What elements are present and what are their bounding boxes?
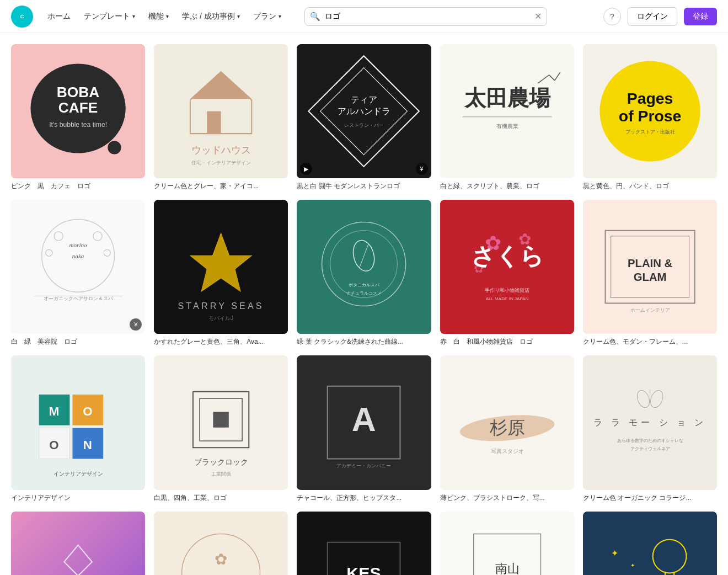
svg-text:オーガニックヘアサロン＆スパ: オーガニックヘアサロン＆スパ bbox=[44, 296, 114, 302]
svg-text:✦: ✦ bbox=[611, 548, 618, 558]
svg-text:ウッドハウス: ウッドハウス bbox=[191, 145, 251, 156]
svg-text:ALL MADE IN JAPAN: ALL MADE IN JAPAN bbox=[485, 297, 528, 302]
svg-text:アクティウェルネア: アクティウェルネア bbox=[630, 447, 670, 452]
svg-text:ティア: ティア bbox=[351, 94, 377, 104]
card-midori[interactable]: ボタニカルスパ ナチュラルコスメ 緑 葉 クラシック&洗練された曲線... bbox=[297, 200, 431, 347]
card-great[interactable]: ✦ ✦ ✦ ✦ グレート コンサルティング bbox=[583, 512, 717, 575]
svg-text:STARRY SEAS: STARRY SEAS bbox=[178, 301, 264, 311]
svg-text:morino: morino bbox=[69, 242, 88, 248]
svg-text:ホームインテリア: ホームインテリア bbox=[630, 307, 670, 313]
card-sugihara-label: 薄ピンク、ブラシストローク、写... bbox=[440, 493, 574, 503]
nav-features[interactable]: 機能▾ bbox=[143, 8, 174, 25]
nav-plans[interactable]: プラン▾ bbox=[248, 8, 287, 25]
svg-text:BOBA: BOBA bbox=[57, 84, 100, 100]
svg-rect-10 bbox=[207, 111, 221, 134]
svg-text:C: C bbox=[20, 13, 24, 19]
card-midori-label: 緑 葉 クラシック&洗練された曲線... bbox=[297, 337, 431, 347]
search-input[interactable] bbox=[304, 7, 547, 26]
svg-text:✿: ✿ bbox=[215, 550, 227, 568]
card-pages-label: 黒と黄色、円、バンド、ロゴ bbox=[583, 182, 717, 191]
svg-text:写真スタジオ: 写真スタジオ bbox=[490, 449, 523, 455]
card-morino-label: 白 緑 美容院 ロゴ bbox=[11, 337, 145, 347]
svg-text:住宅・インテリアデザイン: 住宅・インテリアデザイン bbox=[191, 160, 251, 166]
search-icon: 🔍 bbox=[310, 12, 320, 22]
svg-text:M: M bbox=[49, 405, 60, 419]
svg-text:ブラックロック: ブラックロック bbox=[194, 457, 248, 466]
card-blackrock[interactable]: ブラックロック 工業関係 白黒、四角、工業、ロゴ bbox=[154, 355, 288, 502]
canva-logo[interactable]: C bbox=[11, 6, 33, 28]
svg-text:It's bubble tea time!: It's bubble tea time! bbox=[49, 121, 107, 129]
card-moon[interactable]: M O O N インテリアデザイン インテリアデザイン bbox=[11, 355, 145, 502]
card-tia[interactable]: ティア アルハンドラ レストラン・バー ▶ ¥ 黒と白 闘牛 モダンレストランロ… bbox=[297, 44, 431, 191]
svg-point-7 bbox=[108, 141, 121, 154]
card-kessey[interactable]: KES SEY bbox=[297, 512, 431, 575]
svg-text:naka: naka bbox=[72, 253, 84, 260]
card-sugihara[interactable]: 杉原 写真スタジオ 薄ピンク、ブラシストローク、写... bbox=[440, 355, 574, 502]
card-charcoal-label: チャコール、正方形、ヒップスタ... bbox=[297, 493, 431, 503]
svg-text:ブックストア・出版社: ブックストア・出版社 bbox=[625, 129, 675, 135]
header: C ホーム テンプレート▾ 機能▾ 学ぶ / 成功事例▾ プラン▾ 🔍 ✕ ? … bbox=[0, 0, 728, 33]
card-pages[interactable]: Pages of Prose ブックストア・出版社 黒と黄色、円、バンド、ロゴ bbox=[583, 44, 717, 191]
svg-text:O: O bbox=[49, 439, 58, 452]
svg-text:レストラン・バー: レストラン・バー bbox=[344, 123, 384, 128]
svg-text:ボタニカルスパ: ボタニカルスパ bbox=[349, 283, 380, 288]
card-minami[interactable]: 南山 真奈 会計事務所 bbox=[440, 512, 574, 575]
svg-text:A: A bbox=[352, 401, 376, 438]
card-farm[interactable]: 太田農場 有機農業 白と緑、スクリプト、農業、ロゴ bbox=[440, 44, 574, 191]
svg-rect-80 bbox=[213, 412, 229, 428]
card-blackrock-label: 白黒、四角、工業、ロゴ bbox=[154, 493, 288, 503]
login-button[interactable]: ログイン bbox=[628, 7, 677, 26]
card-woodhouse[interactable]: ウッドハウス 住宅・インテリアデザイン クリーム色とグレー、家・アイコ... bbox=[154, 44, 288, 191]
header-right: ? ログイン 登録 bbox=[603, 7, 717, 26]
svg-text:モバイルJ: モバイルJ bbox=[208, 315, 233, 321]
card-plain-label: クリーム色、モダン・フレーム、... bbox=[583, 337, 717, 347]
card-morino[interactable]: morino naka オーガニックヘアサロン＆スパ ¥ 白 緑 美容院 ロゴ bbox=[11, 200, 145, 347]
svg-text:あらゆる数字のためのオシャレな: あらゆる数字のためのオシャレな bbox=[617, 438, 683, 443]
card-starry-label: かすれたグレーと黄色、三角、Ava... bbox=[154, 337, 288, 347]
card-lush[interactable]: LUSH LASHES bbox=[11, 512, 145, 575]
card-local[interactable]: ✿ ローカル・ビューティ ナチュラルコスメ bbox=[154, 512, 288, 575]
card-lamotion-label: クリーム色 オーガニック コラージ... bbox=[583, 493, 717, 503]
svg-text:太田農場: 太田農場 bbox=[463, 87, 550, 110]
svg-text:アルハンドラ: アルハンドラ bbox=[338, 106, 390, 116]
card-farm-label: 白と緑、スクリプト、農業、ロゴ bbox=[440, 182, 574, 191]
card-sakura-label: 赤 白 和風小物雑貨店 ロゴ bbox=[440, 337, 574, 347]
premium-badge: ¥ bbox=[416, 163, 428, 175]
svg-text:Pages: Pages bbox=[627, 89, 673, 107]
card-woodhouse-label: クリーム色とグレー、家・アイコ... bbox=[154, 182, 288, 191]
svg-text:インテリアデザイン: インテリアデザイン bbox=[53, 471, 103, 477]
register-button[interactable]: 登録 bbox=[684, 8, 717, 25]
svg-text:ラ ラ モー シ ョ ン: ラ ラ モー シ ョ ン bbox=[593, 418, 706, 428]
card-tia-label: 黒と白 闘牛 モダンレストランロゴ bbox=[297, 182, 431, 191]
card-lamotion[interactable]: ラ ラ モー シ ョ ン あらゆる数字のためのオシャレな アクティウェルネア ク… bbox=[583, 355, 717, 502]
svg-text:工業関係: 工業関係 bbox=[211, 471, 231, 477]
nav-home[interactable]: ホーム bbox=[42, 8, 76, 25]
template-grid: BOBA CAFE It's bubble tea time! ピンク 黒 カフ… bbox=[0, 33, 728, 575]
search-clear-icon[interactable]: ✕ bbox=[534, 11, 542, 22]
main-nav: ホーム テンプレート▾ 機能▾ 学ぶ / 成功事例▾ プラン▾ bbox=[42, 8, 287, 25]
svg-text:PLAIN &: PLAIN & bbox=[628, 257, 672, 269]
card-charcoal[interactable]: A アカデミー・カンパニー チャコール、正方形、ヒップスタ... bbox=[297, 355, 431, 502]
svg-rect-98 bbox=[11, 512, 145, 575]
card-boba-label: ピンク 黒 カフェ ロゴ bbox=[11, 182, 145, 191]
svg-text:南山: 南山 bbox=[495, 562, 519, 575]
svg-rect-32 bbox=[11, 200, 145, 334]
card-boba[interactable]: BOBA CAFE It's bubble tea time! ピンク 黒 カフ… bbox=[11, 44, 145, 191]
help-button[interactable]: ? bbox=[603, 8, 621, 25]
card-starry[interactable]: STARRY SEAS モバイルJ かすれたグレーと黄色、三角、Ava... bbox=[154, 200, 288, 347]
svg-text:CAFE: CAFE bbox=[58, 99, 98, 116]
svg-text:of Prose: of Prose bbox=[619, 107, 681, 125]
nav-learn[interactable]: 学ぶ / 成功事例▾ bbox=[176, 8, 245, 25]
svg-text:手作り和小物雑貨店: 手作り和小物雑貨店 bbox=[485, 288, 529, 293]
svg-text:ナチュラルコスメ: ナチュラルコスメ bbox=[346, 291, 382, 296]
nav-templates[interactable]: テンプレート▾ bbox=[78, 8, 141, 25]
svg-text:O: O bbox=[83, 405, 92, 419]
svg-text:さくら: さくら bbox=[470, 243, 543, 269]
search-bar: 🔍 ✕ bbox=[304, 7, 547, 26]
svg-rect-47 bbox=[297, 200, 431, 334]
card-plain[interactable]: PLAIN & GLAM ホームインテリア クリーム色、モダン・フレーム、... bbox=[583, 200, 717, 347]
svg-text:GLAM: GLAM bbox=[634, 271, 667, 283]
card-sakura[interactable]: ✿ ✿ ✿ さくら 手作り和小物雑貨店 ALL MADE IN JAPAN 赤 … bbox=[440, 200, 574, 347]
svg-rect-116 bbox=[583, 512, 717, 575]
svg-text:KES: KES bbox=[347, 563, 382, 575]
